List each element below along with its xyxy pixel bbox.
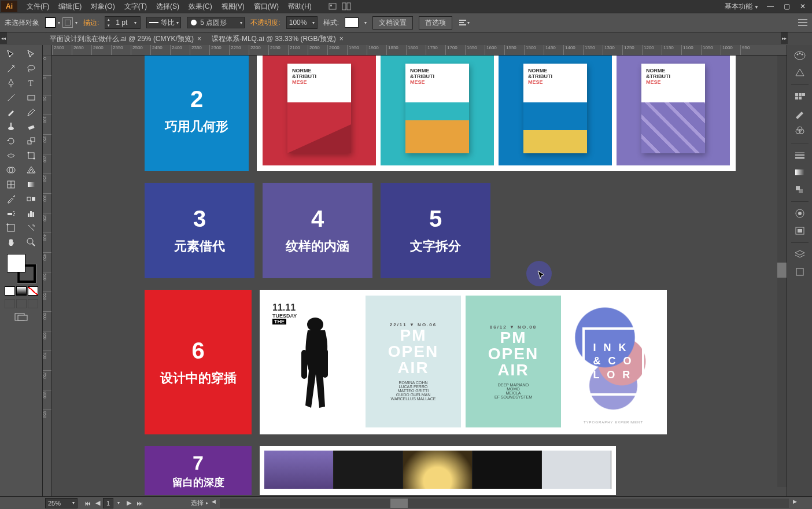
canvas[interactable]: 2800265026002550250024502400235023002250… <box>43 45 787 496</box>
eyedropper-tool[interactable] <box>1 192 21 206</box>
document-setup-button[interactable]: 文档设置 <box>372 16 413 29</box>
poster-open-air-b: 06/12 ▼ NO.08 PM OPEN AIR DEEP MARIANO M… <box>466 296 561 427</box>
svg-point-10 <box>13 65 14 67</box>
column-graph-tool[interactable] <box>21 206 41 220</box>
close-icon[interactable]: × <box>197 35 201 43</box>
none-mode[interactable] <box>28 286 38 296</box>
menu-effect[interactable]: 效果(C) <box>184 2 217 12</box>
layers-panel-icon[interactable] <box>789 246 810 263</box>
fill-swatch[interactable] <box>45 17 56 28</box>
blob-brush-tool[interactable] <box>1 120 21 134</box>
draw-modes[interactable] <box>5 299 38 308</box>
menu-type[interactable]: 文字(T) <box>120 2 152 12</box>
svg-line-13 <box>8 94 14 101</box>
stroke-profile[interactable]: 等比▾ <box>146 17 181 28</box>
gradient-tool[interactable] <box>21 178 41 191</box>
workspace-switcher[interactable]: 基本功能 ▼ <box>721 2 762 12</box>
direct-selection-tool[interactable] <box>21 47 41 61</box>
opacity-input[interactable]: 100%▾ <box>286 16 318 29</box>
menu-file[interactable]: 文件(F) <box>22 2 54 12</box>
stroke-swatch[interactable] <box>62 17 73 28</box>
artboards-panel-icon[interactable] <box>789 264 810 280</box>
type-tool[interactable]: T <box>21 76 41 90</box>
last-artboard-button[interactable]: ⏭ <box>134 498 145 508</box>
document-tab-2[interactable]: 课程体系-MLQ.ai @ 33.33% (RGB/预览)× <box>207 32 348 45</box>
color-guide-panel-icon[interactable] <box>789 65 810 81</box>
symbol-sprayer-tool[interactable] <box>1 206 21 220</box>
menu-object[interactable]: 对象(O) <box>86 2 119 12</box>
artboard-number[interactable]: 1 <box>103 498 113 508</box>
maximize-button[interactable]: ▢ <box>778 1 795 12</box>
eraser-tool[interactable] <box>21 120 41 134</box>
ruler-origin[interactable] <box>43 45 52 56</box>
color-panel-icon[interactable] <box>789 47 810 64</box>
bridge-icon[interactable] <box>328 2 337 11</box>
next-artboard-button[interactable]: ▶ <box>124 498 134 508</box>
scrollbar-vertical[interactable] <box>777 56 787 487</box>
menu-edit[interactable]: 编辑(E) <box>54 2 86 12</box>
stroke-weight-input[interactable]: ▴▾1 pt▾ <box>105 16 141 29</box>
artboard-tool[interactable] <box>1 221 21 235</box>
align-flyout-icon[interactable]: ▾ <box>458 17 470 28</box>
shape-builder-tool[interactable] <box>1 163 21 177</box>
panel-menu-icon[interactable] <box>798 19 807 27</box>
fill-stroke-indicator[interactable] <box>7 254 36 283</box>
first-artboard-button[interactable]: ⏮ <box>82 498 93 508</box>
transparency-panel-icon[interactable] <box>789 182 810 198</box>
slice-tool[interactable] <box>21 221 41 235</box>
document-viewport[interactable]: 2 巧用几何形 NORME&TRIBUTIMESE NORME&TRIBUTIM… <box>52 56 777 496</box>
free-transform-tool[interactable] <box>21 149 41 163</box>
svg-rect-36 <box>30 211 32 217</box>
pencil-tool[interactable] <box>21 105 41 119</box>
gradient-panel-icon[interactable] <box>789 164 810 180</box>
document-tab-1[interactable]: 平面设计到底在做什么.ai @ 25% (CMYK/预览)× <box>45 32 206 45</box>
opacity-label[interactable]: 不透明度: <box>250 18 280 28</box>
hand-tool[interactable] <box>1 235 21 249</box>
line-tool[interactable] <box>1 91 21 105</box>
minimize-button[interactable]: — <box>762 1 778 12</box>
close-button[interactable]: ✕ <box>795 1 811 12</box>
preferences-button[interactable]: 首选项 <box>419 16 452 29</box>
arrange-docs-icon[interactable] <box>342 2 351 11</box>
brushes-panel-icon[interactable] <box>789 106 810 122</box>
menu-window[interactable]: 窗口(W) <box>249 2 283 12</box>
blend-tool[interactable] <box>21 192 41 206</box>
appearance-panel-icon[interactable] <box>789 205 810 222</box>
horizontal-ruler[interactable]: 2800265026002550250024502400235023002250… <box>52 45 787 56</box>
scale-tool[interactable] <box>21 134 41 148</box>
width-tool[interactable] <box>1 149 21 163</box>
thumb-2 <box>334 451 403 489</box>
close-icon[interactable]: × <box>339 35 344 43</box>
prev-artboard-button[interactable]: ◀ <box>93 498 103 508</box>
perspective-grid-tool[interactable] <box>21 163 41 177</box>
stroke-panel-icon[interactable] <box>789 147 810 163</box>
menu-select[interactable]: 选择(S) <box>152 2 184 12</box>
brush-definition[interactable]: 5 点圆形▾ <box>187 17 245 28</box>
zoom-tool[interactable] <box>21 235 41 249</box>
toolbar-collapse-toggle[interactable]: ◂◂ <box>0 32 7 44</box>
gradient-mode[interactable] <box>16 286 27 296</box>
scrollbar-horizontal[interactable]: ◀ ▶ <box>220 499 789 508</box>
rotate-tool[interactable] <box>1 134 21 148</box>
color-mode-switches[interactable] <box>5 286 38 296</box>
zoom-level[interactable]: 25%▾ <box>45 498 77 508</box>
graphic-style[interactable] <box>345 17 359 28</box>
color-mode[interactable] <box>5 286 15 296</box>
pen-tool[interactable] <box>1 76 21 90</box>
magic-wand-tool[interactable] <box>1 62 21 76</box>
mesh-tool[interactable] <box>1 178 21 191</box>
graphic-styles-panel-icon[interactable] <box>789 223 810 239</box>
symbols-panel-icon[interactable] <box>789 123 810 139</box>
right-dock-collapse-toggle[interactable]: ▸▸ <box>781 32 788 44</box>
menu-view[interactable]: 视图(V) <box>217 2 249 12</box>
fill-color[interactable] <box>7 254 25 272</box>
selection-tool[interactable] <box>1 47 21 61</box>
stroke-label[interactable]: 描边: <box>83 18 99 28</box>
screen-mode[interactable] <box>11 312 32 322</box>
paintbrush-tool[interactable] <box>1 105 21 119</box>
rectangle-tool[interactable] <box>21 91 41 105</box>
swatches-panel-icon[interactable] <box>789 88 810 105</box>
menu-help[interactable]: 帮助(H) <box>283 2 316 12</box>
vertical-ruler[interactable]: 0050100150200250300350400450500550600650… <box>43 56 52 496</box>
lasso-tool[interactable] <box>21 62 41 76</box>
